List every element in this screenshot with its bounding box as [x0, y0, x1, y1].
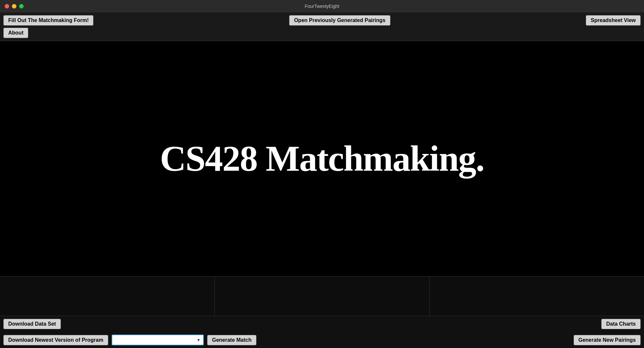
title-bar: FourTwentyEight	[0, 0, 644, 12]
about-button[interactable]: About	[3, 28, 28, 38]
spreadsheet-view-button[interactable]: Spreadsheet View	[586, 15, 641, 26]
panel-section-right	[430, 277, 644, 316]
main-content: CS428 Matchmaking.	[0, 41, 644, 276]
panel-section-left	[0, 277, 215, 316]
bottom-actions-left: Download Newest Version of Program Gener…	[3, 335, 256, 345]
bottom-controls-row: Download Data Set Data Charts	[0, 316, 644, 332]
toolbar: Fill Out The Matchmaking Form! Open Prev…	[0, 12, 644, 41]
bottom-actions-right: Generate New Pairings	[574, 335, 641, 345]
bottom-controls-left: Download Data Set	[3, 319, 61, 329]
toolbar-row-2: About	[3, 28, 28, 38]
window-controls[interactable]	[5, 4, 24, 9]
bottom-actions-row: Download Newest Version of Program Gener…	[0, 332, 644, 348]
select-wrapper	[112, 335, 204, 345]
toolbar-row-1: Fill Out The Matchmaking Form! Open Prev…	[3, 15, 641, 26]
open-pairings-button[interactable]: Open Previously Generated Pairings	[289, 15, 390, 26]
window-title: FourTwentyEight	[305, 4, 339, 9]
fill-form-button[interactable]: Fill Out The Matchmaking Form!	[3, 15, 94, 26]
bottom-controls-right: Data Charts	[601, 319, 641, 329]
minimize-button[interactable]	[12, 4, 16, 9]
generate-match-button[interactable]: Generate Match	[207, 335, 256, 345]
download-newest-button[interactable]: Download Newest Version of Program	[3, 335, 108, 345]
panel-section-middle	[215, 277, 429, 316]
bottom-panels-row	[0, 277, 644, 316]
close-button[interactable]	[5, 4, 9, 9]
match-select[interactable]	[112, 335, 204, 345]
data-charts-button[interactable]: Data Charts	[601, 319, 641, 329]
download-data-set-button[interactable]: Download Data Set	[3, 319, 61, 329]
hero-title: CS428 Matchmaking.	[160, 138, 484, 180]
generate-new-pairings-button[interactable]: Generate New Pairings	[574, 335, 641, 345]
bottom-panel: Download Data Set Data Charts Download N…	[0, 276, 644, 348]
maximize-button[interactable]	[19, 4, 24, 9]
